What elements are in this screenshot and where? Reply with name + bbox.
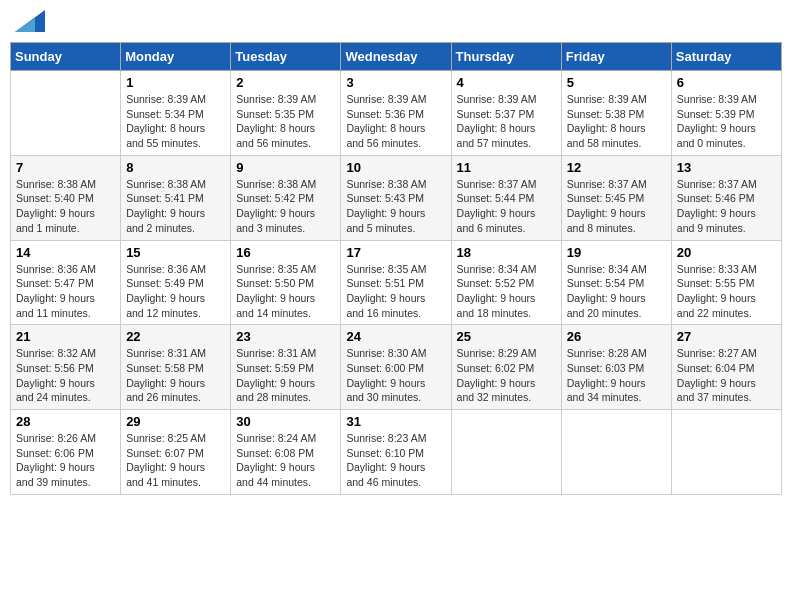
day-number: 11 xyxy=(457,160,556,175)
day-number: 17 xyxy=(346,245,445,260)
calendar-cell: 27Sunrise: 8:27 AM Sunset: 6:04 PM Dayli… xyxy=(671,325,781,410)
day-number: 29 xyxy=(126,414,225,429)
calendar-cell: 10Sunrise: 8:38 AM Sunset: 5:43 PM Dayli… xyxy=(341,155,451,240)
calendar-cell: 20Sunrise: 8:33 AM Sunset: 5:55 PM Dayli… xyxy=(671,240,781,325)
day-info: Sunrise: 8:30 AM Sunset: 6:00 PM Dayligh… xyxy=(346,346,445,405)
day-number: 24 xyxy=(346,329,445,344)
calendar-cell: 7Sunrise: 8:38 AM Sunset: 5:40 PM Daylig… xyxy=(11,155,121,240)
day-number: 31 xyxy=(346,414,445,429)
day-info: Sunrise: 8:31 AM Sunset: 5:58 PM Dayligh… xyxy=(126,346,225,405)
calendar-cell: 17Sunrise: 8:35 AM Sunset: 5:51 PM Dayli… xyxy=(341,240,451,325)
day-info: Sunrise: 8:35 AM Sunset: 5:51 PM Dayligh… xyxy=(346,262,445,321)
day-number: 8 xyxy=(126,160,225,175)
day-number: 2 xyxy=(236,75,335,90)
day-info: Sunrise: 8:38 AM Sunset: 5:40 PM Dayligh… xyxy=(16,177,115,236)
calendar-cell: 6Sunrise: 8:39 AM Sunset: 5:39 PM Daylig… xyxy=(671,71,781,156)
day-number: 13 xyxy=(677,160,776,175)
calendar-cell: 24Sunrise: 8:30 AM Sunset: 6:00 PM Dayli… xyxy=(341,325,451,410)
day-info: Sunrise: 8:31 AM Sunset: 5:59 PM Dayligh… xyxy=(236,346,335,405)
day-info: Sunrise: 8:39 AM Sunset: 5:35 PM Dayligh… xyxy=(236,92,335,151)
day-number: 28 xyxy=(16,414,115,429)
day-number: 20 xyxy=(677,245,776,260)
day-number: 4 xyxy=(457,75,556,90)
day-info: Sunrise: 8:37 AM Sunset: 5:46 PM Dayligh… xyxy=(677,177,776,236)
calendar-cell: 12Sunrise: 8:37 AM Sunset: 5:45 PM Dayli… xyxy=(561,155,671,240)
calendar-cell: 25Sunrise: 8:29 AM Sunset: 6:02 PM Dayli… xyxy=(451,325,561,410)
day-number: 30 xyxy=(236,414,335,429)
day-number: 10 xyxy=(346,160,445,175)
calendar-table: SundayMondayTuesdayWednesdayThursdayFrid… xyxy=(10,42,782,495)
day-number: 22 xyxy=(126,329,225,344)
column-header-tuesday: Tuesday xyxy=(231,43,341,71)
day-info: Sunrise: 8:33 AM Sunset: 5:55 PM Dayligh… xyxy=(677,262,776,321)
calendar-cell xyxy=(561,410,671,495)
calendar-cell: 9Sunrise: 8:38 AM Sunset: 5:42 PM Daylig… xyxy=(231,155,341,240)
calendar-cell: 13Sunrise: 8:37 AM Sunset: 5:46 PM Dayli… xyxy=(671,155,781,240)
calendar-cell: 11Sunrise: 8:37 AM Sunset: 5:44 PM Dayli… xyxy=(451,155,561,240)
day-number: 15 xyxy=(126,245,225,260)
calendar-cell: 19Sunrise: 8:34 AM Sunset: 5:54 PM Dayli… xyxy=(561,240,671,325)
calendar-cell: 22Sunrise: 8:31 AM Sunset: 5:58 PM Dayli… xyxy=(121,325,231,410)
calendar-cell: 30Sunrise: 8:24 AM Sunset: 6:08 PM Dayli… xyxy=(231,410,341,495)
day-info: Sunrise: 8:39 AM Sunset: 5:38 PM Dayligh… xyxy=(567,92,666,151)
calendar-week-row: 21Sunrise: 8:32 AM Sunset: 5:56 PM Dayli… xyxy=(11,325,782,410)
day-info: Sunrise: 8:26 AM Sunset: 6:06 PM Dayligh… xyxy=(16,431,115,490)
day-info: Sunrise: 8:29 AM Sunset: 6:02 PM Dayligh… xyxy=(457,346,556,405)
day-info: Sunrise: 8:28 AM Sunset: 6:03 PM Dayligh… xyxy=(567,346,666,405)
day-number: 19 xyxy=(567,245,666,260)
day-info: Sunrise: 8:23 AM Sunset: 6:10 PM Dayligh… xyxy=(346,431,445,490)
day-info: Sunrise: 8:39 AM Sunset: 5:39 PM Dayligh… xyxy=(677,92,776,151)
day-info: Sunrise: 8:36 AM Sunset: 5:49 PM Dayligh… xyxy=(126,262,225,321)
calendar-cell: 18Sunrise: 8:34 AM Sunset: 5:52 PM Dayli… xyxy=(451,240,561,325)
day-info: Sunrise: 8:35 AM Sunset: 5:50 PM Dayligh… xyxy=(236,262,335,321)
day-number: 3 xyxy=(346,75,445,90)
calendar-cell xyxy=(671,410,781,495)
day-number: 26 xyxy=(567,329,666,344)
column-header-wednesday: Wednesday xyxy=(341,43,451,71)
day-info: Sunrise: 8:34 AM Sunset: 5:52 PM Dayligh… xyxy=(457,262,556,321)
day-number: 1 xyxy=(126,75,225,90)
calendar-cell: 4Sunrise: 8:39 AM Sunset: 5:37 PM Daylig… xyxy=(451,71,561,156)
day-number: 5 xyxy=(567,75,666,90)
calendar-week-row: 28Sunrise: 8:26 AM Sunset: 6:06 PM Dayli… xyxy=(11,410,782,495)
day-number: 6 xyxy=(677,75,776,90)
day-info: Sunrise: 8:38 AM Sunset: 5:42 PM Dayligh… xyxy=(236,177,335,236)
column-header-monday: Monday xyxy=(121,43,231,71)
calendar-cell: 8Sunrise: 8:38 AM Sunset: 5:41 PM Daylig… xyxy=(121,155,231,240)
day-info: Sunrise: 8:34 AM Sunset: 5:54 PM Dayligh… xyxy=(567,262,666,321)
day-number: 18 xyxy=(457,245,556,260)
calendar-cell: 14Sunrise: 8:36 AM Sunset: 5:47 PM Dayli… xyxy=(11,240,121,325)
calendar-cell: 1Sunrise: 8:39 AM Sunset: 5:34 PM Daylig… xyxy=(121,71,231,156)
day-info: Sunrise: 8:25 AM Sunset: 6:07 PM Dayligh… xyxy=(126,431,225,490)
day-number: 14 xyxy=(16,245,115,260)
day-number: 25 xyxy=(457,329,556,344)
calendar-cell: 26Sunrise: 8:28 AM Sunset: 6:03 PM Dayli… xyxy=(561,325,671,410)
calendar-cell: 21Sunrise: 8:32 AM Sunset: 5:56 PM Dayli… xyxy=(11,325,121,410)
day-number: 23 xyxy=(236,329,335,344)
calendar-week-row: 7Sunrise: 8:38 AM Sunset: 5:40 PM Daylig… xyxy=(11,155,782,240)
day-info: Sunrise: 8:39 AM Sunset: 5:36 PM Dayligh… xyxy=(346,92,445,151)
calendar-cell: 5Sunrise: 8:39 AM Sunset: 5:38 PM Daylig… xyxy=(561,71,671,156)
day-info: Sunrise: 8:36 AM Sunset: 5:47 PM Dayligh… xyxy=(16,262,115,321)
column-header-friday: Friday xyxy=(561,43,671,71)
column-header-saturday: Saturday xyxy=(671,43,781,71)
day-info: Sunrise: 8:38 AM Sunset: 5:43 PM Dayligh… xyxy=(346,177,445,236)
page-header xyxy=(10,10,782,32)
day-info: Sunrise: 8:37 AM Sunset: 5:45 PM Dayligh… xyxy=(567,177,666,236)
day-number: 27 xyxy=(677,329,776,344)
calendar-cell: 23Sunrise: 8:31 AM Sunset: 5:59 PM Dayli… xyxy=(231,325,341,410)
day-info: Sunrise: 8:38 AM Sunset: 5:41 PM Dayligh… xyxy=(126,177,225,236)
day-number: 16 xyxy=(236,245,335,260)
day-info: Sunrise: 8:39 AM Sunset: 5:34 PM Dayligh… xyxy=(126,92,225,151)
calendar-week-row: 1Sunrise: 8:39 AM Sunset: 5:34 PM Daylig… xyxy=(11,71,782,156)
calendar-cell: 3Sunrise: 8:39 AM Sunset: 5:36 PM Daylig… xyxy=(341,71,451,156)
day-info: Sunrise: 8:39 AM Sunset: 5:37 PM Dayligh… xyxy=(457,92,556,151)
calendar-week-row: 14Sunrise: 8:36 AM Sunset: 5:47 PM Dayli… xyxy=(11,240,782,325)
logo-icon xyxy=(15,10,45,32)
day-info: Sunrise: 8:27 AM Sunset: 6:04 PM Dayligh… xyxy=(677,346,776,405)
day-number: 12 xyxy=(567,160,666,175)
calendar-cell: 28Sunrise: 8:26 AM Sunset: 6:06 PM Dayli… xyxy=(11,410,121,495)
column-header-sunday: Sunday xyxy=(11,43,121,71)
calendar-cell xyxy=(11,71,121,156)
logo xyxy=(15,10,49,32)
